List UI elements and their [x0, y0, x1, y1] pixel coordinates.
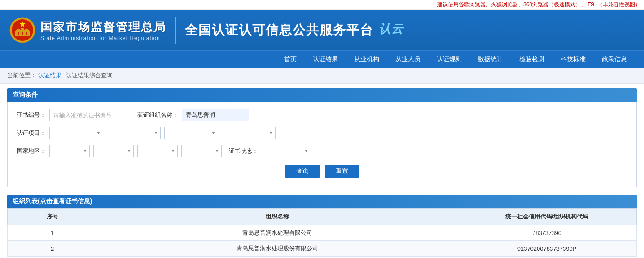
query-section-header: 查询条件 [7, 88, 637, 102]
country-group: 国家地区： [17, 145, 222, 157]
cert-project-select-wrapper-1 [49, 127, 103, 139]
row-1-name: 青岛思普润水处理有限公司 [97, 225, 457, 241]
svg-rect-6 [21, 28, 24, 31]
cert-project-select-wrapper-4 [222, 127, 276, 139]
country-select-3[interactable] [137, 145, 178, 157]
breadcrumb-prefix: 当前位置： [7, 72, 36, 79]
svg-rect-4 [17, 29, 20, 31]
form-row-1: 证书编号： 获证组织名称： [17, 109, 627, 121]
cert-project-select-wrapper-3 [164, 127, 218, 139]
cert-status-select-wrapper [262, 145, 311, 157]
row-1-index: 1 [8, 225, 97, 241]
table-row[interactable]: 1 青岛思普润水处理有限公司 783737390 [8, 225, 637, 241]
breadcrumb: 当前位置： 认证结果 认证结果综合查询 [0, 68, 644, 84]
cert-project-select-3[interactable] [164, 127, 218, 139]
form-row-3: 国家地区： [17, 145, 627, 157]
org-name-en: State Administration for Market Regulati… [40, 35, 166, 41]
row-1-code: 783737390 [457, 225, 637, 241]
country-select-wrapper-2 [93, 145, 134, 157]
cert-number-group: 证书编号： [17, 109, 130, 121]
row-2-name: 青岛思普润水处理股份有限公司 [97, 241, 457, 257]
org-table-header-row: 序号 组织名称 统一社会信用代码/组织机构代码 [8, 209, 637, 225]
cert-project-label: 认证项目： [17, 129, 46, 137]
org-table: 序号 组织名称 统一社会信用代码/组织机构代码 1 青岛思普润水处理有限公司 7… [7, 208, 637, 257]
org-table-section: 组织列表(点击查看证书信息) 序号 组织名称 统一社会信用代码/组织机构代码 1… [7, 195, 637, 257]
cert-status-label: 证书状态： [229, 147, 258, 155]
row-2-index: 2 [8, 241, 97, 257]
nav-item-statistics[interactable]: 数据统计 [470, 51, 511, 68]
svg-rect-5 [25, 29, 28, 31]
nav-item-person[interactable]: 从业人员 [387, 51, 429, 68]
svg-text:云: 云 [391, 22, 404, 36]
org-name-input[interactable] [182, 109, 249, 121]
reset-button[interactable]: 重置 [325, 165, 359, 178]
org-name-cn: 国家市场监督管理总局 [40, 19, 166, 35]
platform-title-area: 全国认证认可信息公共服务平台 认 云 [185, 19, 635, 41]
main-nav: 首页 认证结果 从业机构 从业人员 认证规则 数据统计 检验检测 科技标准 政采… [0, 50, 644, 68]
cert-project-select-1[interactable] [49, 127, 103, 139]
org-table-header: 组织列表(点击查看证书信息) [7, 195, 637, 208]
warning-bar: 建议使用谷歌浏览器、火狐浏览器、360浏览器（极速模式）、IE9+（非兼容性视图… [0, 0, 644, 10]
org-name-group: 获证组织名称： [137, 109, 249, 121]
national-emblem [9, 17, 36, 44]
nav-item-inspection[interactable]: 检验检测 [511, 51, 552, 68]
breadcrumb-current: 认证结果综合查询 [66, 72, 113, 79]
svg-rect-8 [22, 32, 23, 35]
country-select-4[interactable] [181, 145, 222, 157]
col-org-name: 组织名称 [97, 209, 457, 225]
col-index: 序号 [8, 209, 97, 225]
header: 国家市场监督管理总局 State Administration for Mark… [0, 10, 644, 50]
row-2-code: 91370200783737390P [457, 241, 637, 257]
cert-project-select-wrapper-2 [107, 127, 161, 139]
nav-item-tech-standard[interactable]: 科技标准 [552, 51, 594, 68]
org-name-label: 获证组织名称： [137, 111, 178, 119]
cert-status-group: 证书状态： [229, 145, 311, 157]
header-logo: 国家市场监督管理总局 State Administration for Mark… [9, 17, 176, 44]
warning-text: 建议使用谷歌浏览器、火狐浏览器、360浏览器（极速模式）、IE9+（非兼容性视图… [437, 1, 640, 8]
cert-status-select[interactable] [262, 145, 311, 157]
nav-item-cert-result[interactable]: 认证结果 [305, 51, 346, 68]
platform-logo: 认 云 [378, 19, 409, 41]
table-row[interactable]: 2 青岛思普润水处理股份有限公司 91370200783737390P [8, 241, 637, 257]
cert-project-select-2[interactable] [107, 127, 161, 139]
country-label: 国家地区： [17, 147, 46, 155]
country-select-wrapper-1 [49, 145, 90, 157]
svg-rect-9 [26, 32, 27, 35]
country-select-wrapper-3 [137, 145, 178, 157]
main-content: 查询条件 证书编号： 获证组织名称： 认证项目： [0, 84, 644, 258]
cert-project-select-4[interactable] [222, 127, 276, 139]
nav-item-org[interactable]: 从业机构 [346, 51, 387, 68]
cert-number-label: 证书编号： [17, 111, 46, 119]
cert-number-input[interactable] [49, 109, 130, 121]
platform-title: 全国认证认可信息公共服务平台 认 云 [185, 19, 409, 41]
renyun-logo-svg: 认 云 [378, 19, 409, 37]
org-name-block: 国家市场监督管理总局 State Administration for Mark… [40, 19, 166, 41]
query-button[interactable]: 查询 [285, 165, 320, 178]
cert-project-group: 认证项目： [17, 127, 276, 139]
form-row-2: 认证项目： [17, 127, 627, 139]
country-select-2[interactable] [93, 145, 134, 157]
svg-text:认: 认 [379, 22, 391, 36]
col-code: 统一社会信用代码/组织机构代码 [457, 209, 637, 225]
nav-item-procurement[interactable]: 政采信息 [594, 51, 635, 68]
country-select-1[interactable] [49, 145, 90, 157]
query-panel: 证书编号： 获证组织名称： 认证项目： [7, 102, 637, 187]
breadcrumb-link-cert[interactable]: 认证结果 [38, 72, 61, 79]
nav-item-home[interactable]: 首页 [276, 51, 305, 68]
svg-rect-7 [18, 32, 19, 35]
button-row: 查询 重置 [17, 163, 627, 180]
country-select-wrapper-4 [181, 145, 222, 157]
nav-item-cert-rule[interactable]: 认证规则 [429, 51, 470, 68]
